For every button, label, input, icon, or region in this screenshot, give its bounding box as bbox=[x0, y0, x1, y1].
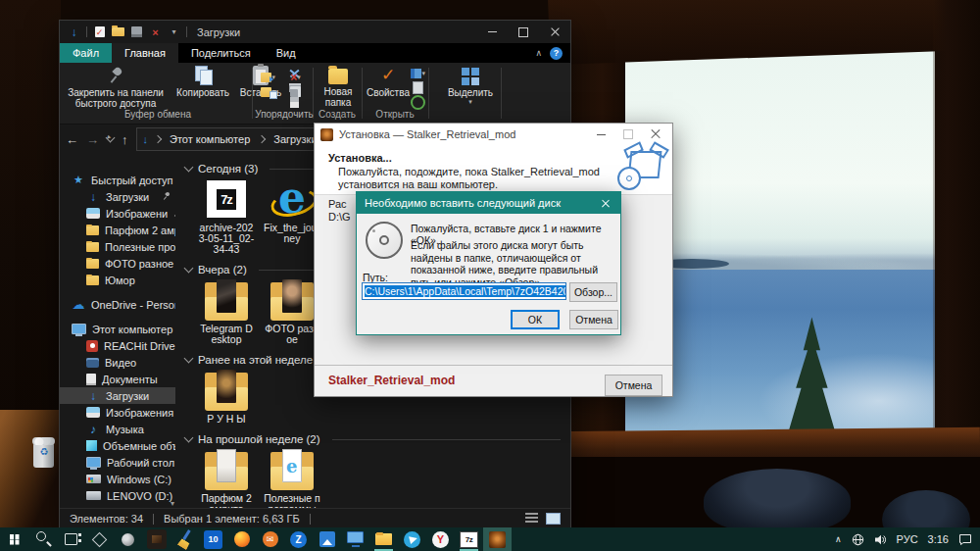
delete-icon[interactable]: ×▾ bbox=[288, 71, 303, 83]
sidebar-item[interactable]: Изображения bbox=[60, 404, 175, 421]
breadcrumb-this-pc[interactable]: Этот компьютер bbox=[168, 133, 252, 145]
help-icon[interactable]: ? bbox=[550, 47, 563, 60]
file-tile[interactable]: archive-2023-05-11_02-34-43 bbox=[198, 176, 255, 255]
sidebar-item[interactable]: REACHit Drive bbox=[60, 337, 175, 354]
minimize-button[interactable] bbox=[476, 21, 508, 43]
taskbar-7zip-button[interactable]: 7z bbox=[455, 527, 483, 551]
properties-check-icon[interactable]: ✓ bbox=[93, 25, 106, 38]
downloads-icon[interactable]: ↓ bbox=[68, 25, 80, 38]
sidebar-item[interactable]: Музыка bbox=[60, 421, 175, 437]
sidebar-item[interactable]: Windows (C:) bbox=[60, 471, 175, 487]
sidebar-item[interactable]: Быстрый доступ bbox=[60, 172, 175, 188]
new-folder-button[interactable]: Новая папка bbox=[317, 66, 360, 108]
group-header[interactable]: На прошлой неделе (2) bbox=[185, 433, 570, 445]
notification-center-icon[interactable] bbox=[958, 533, 972, 546]
ok-button[interactable]: ОК bbox=[511, 310, 560, 329]
details-view-icon[interactable] bbox=[525, 513, 538, 523]
taskbar-3d-app-button[interactable] bbox=[85, 527, 114, 551]
tab-view[interactable]: Вид bbox=[264, 43, 309, 63]
installer-app-icon bbox=[320, 128, 333, 141]
close-button[interactable] bbox=[649, 127, 662, 141]
taskbar-task-view-button[interactable] bbox=[57, 527, 85, 551]
taskbar-telegram-button[interactable] bbox=[398, 527, 426, 551]
taskbar-yandex-browser-button[interactable]: Y bbox=[426, 527, 455, 551]
taskbar-firefox-button[interactable] bbox=[227, 527, 256, 551]
sidebar-item[interactable]: Загрузки bbox=[60, 188, 175, 205]
taskbar-zona-button[interactable]: Z bbox=[284, 527, 313, 551]
tab-file[interactable]: Файл bbox=[60, 43, 112, 63]
sidebar-item[interactable]: Юмор bbox=[60, 272, 175, 288]
volume-icon[interactable] bbox=[874, 533, 887, 546]
tab-share[interactable]: Поделиться bbox=[178, 43, 264, 63]
taskbar-earth-button[interactable] bbox=[114, 527, 142, 551]
thumbnail-view-icon[interactable] bbox=[546, 513, 561, 525]
tray-expand-chevron-icon[interactable]: ∧ bbox=[835, 534, 842, 544]
pin-to-quick-access-button[interactable]: Закрепить на панели быстрого доступа bbox=[62, 66, 170, 109]
maximize-button[interactable] bbox=[621, 127, 635, 141]
sidebar-item[interactable]: LENOVO (D:) bbox=[60, 487, 175, 504]
move-to-icon[interactable]: ▾ bbox=[261, 71, 275, 83]
taskbar-explorer-button[interactable] bbox=[369, 527, 398, 551]
sidebar-item[interactable]: Рабочий стол bbox=[60, 454, 175, 471]
sidebar-item[interactable]: Загрузки bbox=[60, 387, 175, 404]
copy-button[interactable]: Копировать bbox=[172, 66, 234, 98]
sidebar-item[interactable]: OneDrive - Person bbox=[60, 296, 175, 313]
maximize-button[interactable] bbox=[508, 21, 539, 43]
clock[interactable]: 3:16 bbox=[928, 533, 949, 545]
back-button[interactable]: ← bbox=[66, 132, 78, 147]
taskbar-mail-button[interactable] bbox=[256, 527, 284, 551]
open-panel-icon[interactable]: ▾ bbox=[411, 67, 425, 79]
path-input[interactable]: C:\Users\1\AppData\Local\Temp\7zO42B420A… bbox=[362, 282, 566, 300]
customize-qat-chevron-icon[interactable]: ▾ bbox=[168, 25, 180, 38]
file-tile[interactable]: Telegram Desktop bbox=[198, 277, 255, 345]
forward-button[interactable]: → bbox=[86, 132, 99, 147]
dialog-cancel-button[interactable]: Отмена bbox=[569, 310, 618, 329]
taskbar-photo-app-button[interactable] bbox=[142, 527, 171, 551]
file-tile[interactable]: Парфюм 2 амрита bbox=[198, 447, 255, 510]
folder-ie-icon bbox=[270, 449, 314, 490]
sidebar-item[interactable]: Парфюм 2 амр bbox=[60, 222, 175, 238]
history-icon[interactable] bbox=[411, 96, 425, 109]
taskbar-photos-button[interactable] bbox=[313, 527, 341, 551]
collapse-ribbon-icon[interactable]: ∧ bbox=[535, 48, 542, 58]
taskbar-start-button[interactable] bbox=[0, 527, 28, 551]
close-icon[interactable] bbox=[591, 192, 620, 214]
language-indicator[interactable]: РУС bbox=[897, 533, 918, 545]
copy-to-icon[interactable]: ▾ bbox=[261, 85, 275, 98]
sidebar-item[interactable]: Полезные прог bbox=[60, 238, 175, 255]
close-button[interactable] bbox=[539, 21, 570, 43]
sidebar-item[interactable]: Видео bbox=[60, 354, 175, 371]
explorer-titlebar: ↓ ✓ × ▾ Загрузки bbox=[60, 21, 570, 43]
file-tile[interactable]: Р У Н Ы bbox=[198, 368, 255, 425]
sidebar-item[interactable]: Этот компьютер bbox=[60, 321, 175, 337]
minimize-button[interactable] bbox=[594, 127, 608, 141]
network-icon[interactable] bbox=[852, 533, 864, 546]
edit-icon[interactable] bbox=[411, 81, 425, 94]
taskbar-cleaner-button[interactable] bbox=[171, 527, 199, 551]
sidebar-item[interactable]: Объемные объ bbox=[60, 437, 175, 454]
rename-icon[interactable] bbox=[288, 85, 303, 98]
recycle-bin-icon[interactable]: ♻ bbox=[31, 435, 57, 469]
properties-button[interactable]: ✓ Свойства bbox=[366, 66, 411, 98]
installer-cancel-button[interactable]: Отмена bbox=[605, 375, 662, 396]
file-tile[interactable]: Полезные программы bbox=[264, 447, 320, 510]
up-button[interactable]: ↑ bbox=[122, 132, 128, 147]
sidebar-item[interactable]: Документы bbox=[60, 371, 175, 387]
file-tile[interactable]: ФОТО разное bbox=[264, 277, 320, 345]
taskbar-app-10-button[interactable]: 10 bbox=[199, 527, 227, 551]
rename-icon[interactable] bbox=[130, 25, 143, 38]
taskbar-installer-app-button[interactable] bbox=[483, 527, 512, 551]
breadcrumb-downloads[interactable]: Загрузки bbox=[271, 133, 318, 145]
taskbar-search-button[interactable] bbox=[28, 527, 57, 551]
scroll-down-arrow-icon[interactable]: ▾ bbox=[171, 499, 174, 508]
tab-home[interactable]: Главная bbox=[112, 43, 178, 63]
delete-icon[interactable]: × bbox=[149, 25, 162, 38]
sidebar-item[interactable]: ФОТО разное bbox=[60, 255, 175, 272]
taskbar-this-pc-button[interactable] bbox=[341, 527, 369, 551]
recent-locations-chevron-icon[interactable]: ▾ bbox=[106, 133, 116, 143]
file-tile[interactable]: Fix_the_journey bbox=[264, 176, 320, 255]
select-button[interactable]: Выделить ▾ bbox=[444, 66, 497, 105]
browse-button[interactable]: Обзор... bbox=[569, 282, 617, 302]
sidebar-item[interactable]: Изображени bbox=[60, 205, 175, 222]
new-folder-icon[interactable] bbox=[112, 25, 124, 38]
